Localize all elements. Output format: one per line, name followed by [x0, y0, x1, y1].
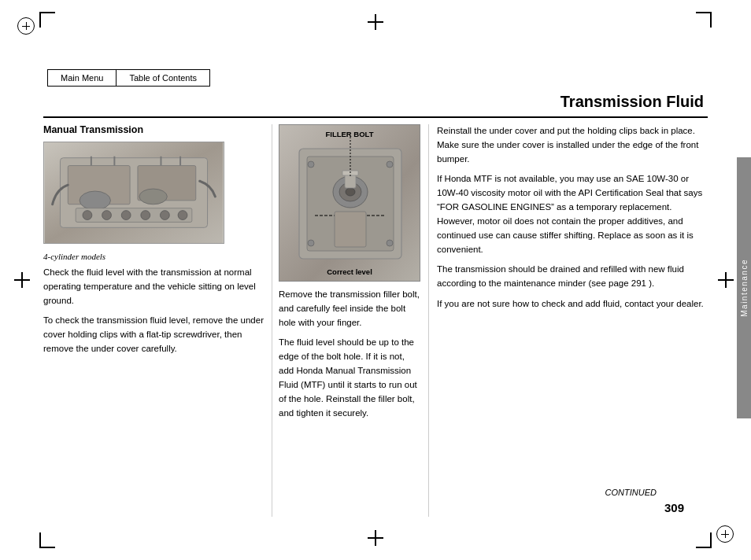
right-text: Reinstall the under cover and put the ho… [437, 124, 708, 311]
left-para-1: Check the fluid level with the transmiss… [43, 266, 264, 308]
svg-point-28 [308, 240, 314, 246]
left-column: Manual Transmission [43, 124, 272, 517]
left-text: Check the fluid level with the transmiss… [43, 266, 264, 356]
cross-mark-right [718, 272, 734, 288]
engine-svg [44, 142, 224, 243]
right-column: Reinstall the under cover and put the ho… [429, 124, 708, 517]
cross-mark-top [368, 14, 383, 30]
diagram-svg [279, 125, 420, 282]
svg-point-9 [121, 211, 131, 220]
filler-bolt-label: FILLER BOLT [325, 130, 373, 138]
page-number: 309 [664, 501, 684, 514]
svg-point-29 [387, 240, 393, 246]
engine-image [43, 142, 224, 244]
right-para-4: If you are not sure how to check and add… [437, 297, 708, 311]
image-caption: 4-cylinder models [43, 252, 264, 261]
svg-point-11 [160, 211, 169, 220]
section-heading: Manual Transmission [43, 124, 264, 135]
svg-point-8 [102, 211, 112, 220]
svg-point-5 [139, 189, 167, 204]
svg-rect-6 [76, 208, 192, 223]
main-menu-button[interactable]: Main Menu [47, 69, 116, 87]
svg-point-12 [178, 211, 187, 220]
title-rule [43, 116, 708, 118]
mid-para-1: Remove the transmission filler bolt, and… [279, 288, 422, 330]
nav-buttons: Main Menu Table of Contents [47, 69, 210, 87]
maintenance-tab-label: Maintenance [740, 259, 749, 317]
corner-mark-bl [39, 532, 55, 548]
transmission-diagram: FILLER BOLT Correct level [279, 124, 420, 282]
right-para-1: Reinstall the under cover and put the ho… [437, 124, 708, 166]
continued-text: CONTINUED [605, 488, 657, 497]
svg-point-22 [346, 188, 355, 196]
svg-rect-31 [335, 212, 366, 247]
page-container: Main Menu Table of Contents Transmission… [0, 0, 751, 560]
corner-mark-tr [696, 12, 712, 28]
mid-text: Remove the transmission filler bolt, and… [279, 288, 422, 420]
cross-mark-left [14, 272, 30, 288]
cross-mark-bottom [368, 530, 383, 546]
right-para-2: If Honda MTF is not available, you may u… [437, 172, 708, 256]
left-para-2: To check the transmission fluid level, r… [43, 314, 264, 356]
main-content: Manual Transmission [43, 124, 708, 517]
middle-column: FILLER BOLT Correct level Remove the tra… [272, 124, 429, 517]
right-para-3: The transmission should be drained and r… [437, 263, 708, 291]
svg-point-27 [387, 161, 393, 168]
toc-button[interactable]: Table of Contents [116, 69, 210, 87]
corner-circle-tl [17, 17, 35, 35]
svg-point-4 [80, 191, 110, 210]
svg-point-10 [141, 211, 150, 220]
corner-mark-br [696, 532, 712, 548]
page-title: Transmission Fluid [560, 93, 704, 111]
maintenance-tab: Maintenance [737, 157, 751, 418]
corner-mark-tl [39, 12, 55, 28]
svg-point-7 [83, 211, 92, 220]
correct-level-label: Correct level [327, 267, 372, 276]
mid-para-2: The fluid level should be up to the edge… [279, 336, 422, 420]
corner-circle-br [716, 525, 734, 543]
diagram-inner [279, 125, 420, 281]
svg-point-26 [308, 161, 314, 168]
